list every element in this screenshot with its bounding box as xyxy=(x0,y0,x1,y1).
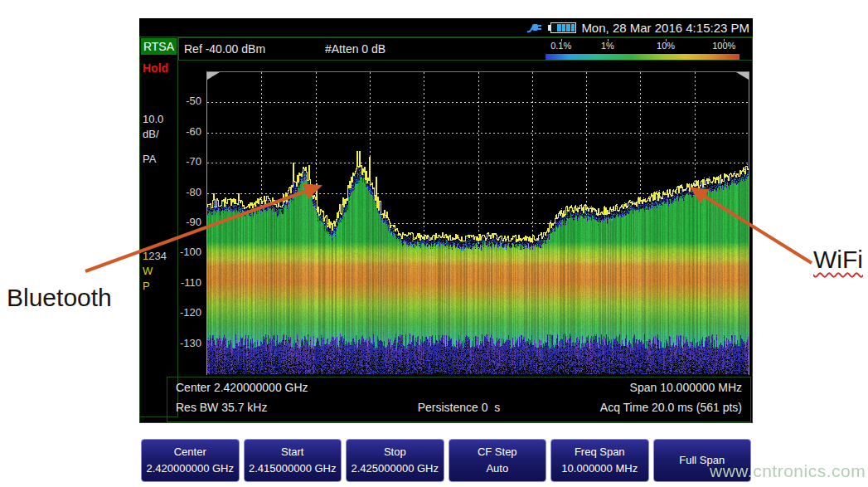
res-bw-label: Res BW 35.7 kHz xyxy=(176,397,267,417)
corner-marker-icon xyxy=(736,72,749,80)
trace-inactive: 234 xyxy=(148,250,167,262)
softkey-freq-span[interactable]: Freq Span10.000000 MHz xyxy=(550,439,649,482)
trace-numbers: 1234 xyxy=(143,250,167,262)
softkey-label: CF Step xyxy=(478,444,517,460)
softkey-value: Auto xyxy=(486,460,508,477)
measurement-screen: RTSA Hold 10.0 dB/ PA 1234 W P Ref -40.0… xyxy=(139,37,753,423)
top-annotation-bar: Ref -40.00 dBm #Atten 0 dB 0.1%1%10%100% xyxy=(178,37,753,61)
amplitude-tick-label: -50 xyxy=(186,95,201,107)
watermark-text: www.cntronics.com xyxy=(710,461,866,481)
span-label: Span 10.000000 MHz xyxy=(630,377,742,397)
amplitude-tick-label: -100 xyxy=(180,246,201,258)
info-row-1: Center 2.420000000 GHz Span 10.000000 MH… xyxy=(167,377,750,397)
bottom-annotation-box: Center 2.420000000 GHz Span 10.000000 MH… xyxy=(167,377,751,422)
softkey-value: 2.425000000 GHz xyxy=(351,460,439,477)
density-scale-label: 1% xyxy=(601,41,614,51)
spectrum-analyzer-screen: Mon, 28 Mar 2016 4:15:23 PM RTSA Hold 10… xyxy=(139,18,753,484)
softkey-label: Freq Span xyxy=(575,444,625,460)
center-freq-label: Center 2.420000000 GHz xyxy=(176,377,308,397)
softkey-value: 2.415000000 GHz xyxy=(249,460,337,477)
softkey-start[interactable]: Start2.415000000 GHz xyxy=(244,439,342,482)
battery-cell xyxy=(552,24,556,32)
mode-sidebar: RTSA Hold 10.0 dB/ PA 1234 W P xyxy=(140,37,178,417)
corner-marker-icon xyxy=(207,72,220,80)
wifi-callout-label: WiFi xyxy=(813,246,863,273)
amplitude-tick-label: -110 xyxy=(181,276,201,289)
softkey-value: 10.000000 MHz xyxy=(561,460,638,477)
battery-cell xyxy=(557,24,561,32)
acq-time-label: Acq Time 20.0 ms (561 pts) xyxy=(600,397,742,417)
density-scale-tick xyxy=(608,39,609,41)
battery-cell xyxy=(571,24,575,32)
battery-cell xyxy=(562,24,566,32)
density-gradient-bar xyxy=(546,54,739,60)
softkey-center[interactable]: Center2.420000000 GHz xyxy=(141,439,240,482)
ref-level-label: Ref -40.00 dBm xyxy=(184,42,265,56)
attenuation-label: #Atten 0 dB xyxy=(325,42,386,56)
sweep-state-label: Hold xyxy=(143,61,168,75)
info-row-2: Res BW 35.7 kHz Persistence 0 s Acq Time… xyxy=(167,397,750,417)
battery-cells xyxy=(550,22,576,33)
battery-icon xyxy=(548,22,576,33)
amplitude-tick-label: -90 xyxy=(186,216,201,228)
scale-unit-label: dB/ xyxy=(143,128,159,140)
trace-flag-w: W xyxy=(143,265,153,277)
softkey-row: Center2.420000000 GHzStart2.415000000 GH… xyxy=(139,439,753,482)
battery-cell xyxy=(566,24,570,32)
softkey-cf-step[interactable]: CF StepAuto xyxy=(449,439,547,482)
preamp-label: PA xyxy=(143,153,156,165)
density-color-scale: 0.1%1%10%100% xyxy=(541,39,744,61)
datetime-text: Mon, 28 Mar 2016 4:15:23 PM xyxy=(581,21,749,35)
amplitude-tick-label: -60 xyxy=(186,125,201,138)
scale-value-label: 10.0 xyxy=(143,113,163,125)
spectrum-canvas xyxy=(207,72,749,374)
persistence-label: Persistence 0 s xyxy=(418,397,501,417)
softkey-label: Start xyxy=(281,444,303,460)
softkey-label: Center xyxy=(174,444,206,460)
density-scale-label: 0.1% xyxy=(550,41,571,51)
amplitude-tick-label: -80 xyxy=(186,186,201,198)
softkey-value: 2.420000000 GHz xyxy=(146,460,234,477)
graticule xyxy=(206,71,749,375)
amplitude-tick-label: -130 xyxy=(180,337,201,349)
ac-power-icon xyxy=(526,22,543,33)
page: Bluetooth WiFi Mon, 28 Mar 2016 4:15:23 … xyxy=(0,0,868,487)
density-scale-label: 100% xyxy=(712,41,735,51)
density-scale-label: 10% xyxy=(657,41,675,51)
mode-badge: RTSA xyxy=(141,38,177,55)
trace-flag-p: P xyxy=(143,280,150,292)
amplitude-tick-label: -70 xyxy=(186,155,201,168)
density-scale-tick xyxy=(561,39,562,41)
softkey-stop[interactable]: Stop2.425000000 GHz xyxy=(346,439,444,482)
bluetooth-callout-label: Bluetooth xyxy=(7,284,112,311)
softkey-label: Stop xyxy=(384,444,406,460)
status-bar: Mon, 28 Mar 2016 4:15:23 PM xyxy=(139,18,753,37)
density-scale-tick xyxy=(666,39,667,41)
amplitude-axis-labels: -50-60-70-80-90-100-110-120-130 xyxy=(177,71,204,375)
amplitude-tick-label: -120 xyxy=(180,306,201,319)
density-scale-tick xyxy=(724,39,725,41)
